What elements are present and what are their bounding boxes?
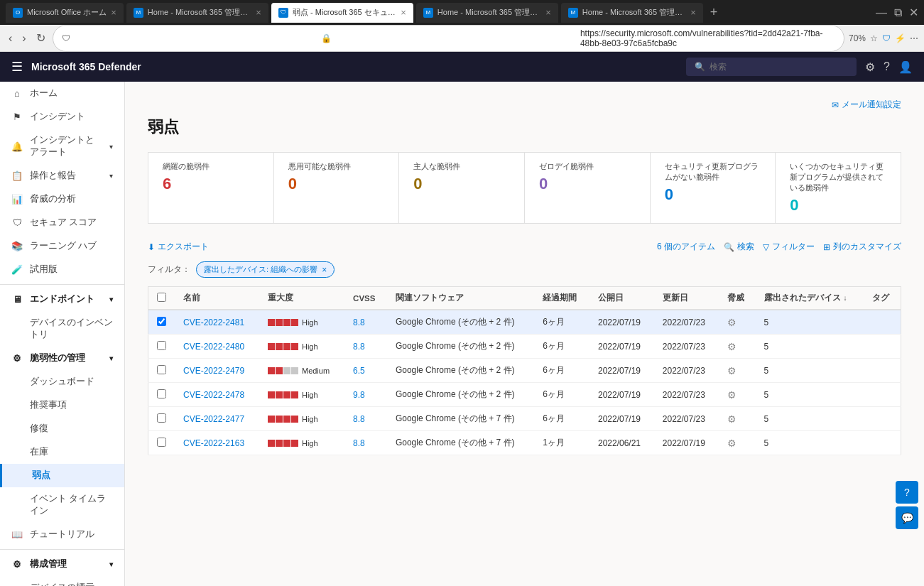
col-header-tags: タグ xyxy=(864,287,901,310)
float-help-button[interactable]: ? xyxy=(896,481,918,504)
address-bar[interactable]: 🛡 🔒 https://security.microsoft.com/vulne… xyxy=(53,25,844,52)
row-name-5[interactable]: CVE-2022-2163 xyxy=(175,431,259,455)
back-button[interactable]: ‹ xyxy=(6,29,15,48)
row-select-4[interactable] xyxy=(157,413,166,423)
row-cvss-2[interactable]: 6.5 xyxy=(344,359,387,383)
row-select-5[interactable] xyxy=(157,438,166,447)
sidebar-item-tutorial[interactable]: 📖 チュートリアル xyxy=(0,523,124,546)
row-cvss-3[interactable]: 9.8 xyxy=(344,383,387,407)
sidebar-item-trial[interactable]: 🧪 試用版 xyxy=(0,258,124,281)
minimize-button[interactable]: — xyxy=(876,6,887,19)
close-button[interactable]: ✕ xyxy=(909,6,918,19)
tab-security[interactable]: 🛡 弱点 - Microsoft 365 セキュリティ × xyxy=(271,3,413,23)
sidebar-item-incidents-alerts[interactable]: 🔔 インシデントとアラート ▾ xyxy=(0,129,124,164)
row-checkbox-3[interactable] xyxy=(148,383,175,407)
sidebar-item-vuln-management[interactable]: ⚙ 脆弱性の管理 ▾ xyxy=(0,347,124,370)
row-name-3[interactable]: CVE-2022-2478 xyxy=(175,383,259,407)
hamburger-menu[interactable]: ☰ xyxy=(11,59,23,75)
maximize-button[interactable]: ⧉ xyxy=(894,6,902,19)
tab-close-security[interactable]: × xyxy=(401,7,406,18)
row-name-2[interactable]: CVE-2022-2479 xyxy=(175,359,259,383)
bookmark-icon[interactable]: ☆ xyxy=(870,33,878,43)
table-row[interactable]: CVE-2022-2478 High 9.8 Google Chrome (その… xyxy=(148,383,901,407)
col-header-threat: 脅威 xyxy=(719,287,756,310)
learning-icon: 📚 xyxy=(11,241,23,251)
float-chat-button[interactable]: 💬 xyxy=(896,506,918,529)
account-icon[interactable]: 👤 xyxy=(898,60,913,74)
sidebar-item-device-inventory[interactable]: デバイスのインベントリ xyxy=(0,311,124,347)
search-input[interactable] xyxy=(710,62,848,72)
reload-button[interactable]: ↻ xyxy=(33,28,48,48)
sidebar-item-dashboard[interactable]: ダッシュボード xyxy=(0,370,124,394)
customize-columns-button[interactable]: ⊞ 列のカスタマイズ xyxy=(823,241,901,253)
sidebar-item-secure-score[interactable]: 🛡 セキュア スコア xyxy=(0,211,124,234)
sidebar-item-endpoint[interactable]: 🖥 エンドポイント ▾ xyxy=(0,288,124,311)
settings-menu-icon[interactable]: ⋯ xyxy=(910,33,918,43)
tab-admin1[interactable]: M Home - Microsoft 365 管理センター × xyxy=(126,3,268,23)
sidebar-item-inventory[interactable]: 在庫 xyxy=(0,440,124,464)
tab-close-admin1[interactable]: × xyxy=(256,7,261,18)
row-checkbox-5[interactable] xyxy=(148,431,175,455)
row-cvss-5[interactable]: 8.8 xyxy=(344,431,387,455)
row-select-3[interactable] xyxy=(157,389,166,398)
sidebar-item-weaknesses[interactable]: 弱点 xyxy=(0,464,124,487)
row-cvss-0[interactable]: 8.8 xyxy=(344,310,387,335)
browser-navbar: ‹ › ↻ 🛡 🔒 https://security.microsoft.com… xyxy=(0,25,924,52)
row-select-0[interactable] xyxy=(157,317,166,326)
sidebar-item-recommendations[interactable]: 推奨事項 xyxy=(0,394,124,417)
settings-icon[interactable]: ⚙ xyxy=(865,60,875,74)
row-select-1[interactable] xyxy=(157,341,166,350)
threat-icon: 📊 xyxy=(11,194,23,205)
filter-tag-remove[interactable]: × xyxy=(322,265,327,275)
select-all-checkbox[interactable] xyxy=(157,293,166,302)
forward-button[interactable]: › xyxy=(19,29,28,48)
sidebar-item-threat-analysis[interactable]: 📊 脅威の分析 xyxy=(0,188,124,211)
sidebar-item-device-posture[interactable]: デバイスの標示 xyxy=(0,576,124,586)
table-row[interactable]: CVE-2022-2481 High 8.8 Google Chrome (その… xyxy=(148,310,901,335)
row-name-0[interactable]: CVE-2022-2481 xyxy=(175,310,259,335)
sidebar-item-operations[interactable]: 📋 操作と報告 ▾ xyxy=(0,164,124,188)
row-name-1[interactable]: CVE-2022-2480 xyxy=(175,335,259,359)
filter-button[interactable]: ▽ フィルター xyxy=(763,241,815,253)
row-cvss-1[interactable]: 8.8 xyxy=(344,335,387,359)
row-select-2[interactable] xyxy=(157,365,166,374)
row-cvss-4[interactable]: 8.8 xyxy=(344,407,387,431)
mail-settings-button[interactable]: ✉ メール通知設定 xyxy=(832,99,901,111)
table-row[interactable]: CVE-2022-2163 High 8.8 Google Chrome (その… xyxy=(148,431,901,455)
col-header-exposed[interactable]: 露出されたデバイス ↓ xyxy=(756,287,864,310)
row-checkbox-0[interactable] xyxy=(148,310,175,335)
row-name-4[interactable]: CVE-2022-2477 xyxy=(175,407,259,431)
table-row[interactable]: CVE-2022-2480 High 8.8 Google Chrome (その… xyxy=(148,335,901,359)
toolbar: ⬇ エクスポート 6 個のアイテム 🔍 検索 ▽ フィルター ⊞ 列のカスタマイ… xyxy=(148,241,901,253)
row-checkbox-2[interactable] xyxy=(148,359,175,383)
search-bar[interactable]: 🔍 xyxy=(686,58,857,76)
columns-icon: ⊞ xyxy=(823,242,830,252)
table-row[interactable]: CVE-2022-2479 Medium 6.5 Google Chrome (… xyxy=(148,359,901,383)
sidebar-item-config-management[interactable]: ⚙ 構成管理 ▾ xyxy=(0,553,124,576)
export-button[interactable]: ⬇ エクスポート xyxy=(148,241,209,253)
tab-admin3[interactable]: M Home - Microsoft 365 管理センター × xyxy=(561,3,703,23)
sidebar-label-incidents: インシデント xyxy=(30,111,85,123)
tab-close-admin2[interactable]: × xyxy=(545,7,551,18)
tab-admin2[interactable]: M Home - Microsoft 365 管理センター × xyxy=(416,3,558,23)
sidebar-item-learning[interactable]: 📚 ラーニング ハブ xyxy=(0,234,124,258)
tab-office[interactable]: O Microsoft Office ホーム × xyxy=(6,3,124,23)
sidebar-item-home[interactable]: ⌂ ホーム xyxy=(0,82,124,105)
tab-close-office[interactable]: × xyxy=(111,7,116,18)
sidebar-item-incidents[interactable]: ⚑ インシデント xyxy=(0,105,124,129)
sidebar-label-recommendations: 推奨事項 xyxy=(30,399,67,411)
row-checkbox-1[interactable] xyxy=(148,335,175,359)
sidebar-item-remediation[interactable]: 修復 xyxy=(0,417,124,440)
tab-close-admin3[interactable]: × xyxy=(690,7,696,18)
mail-icon: ✉ xyxy=(832,100,839,110)
filter-tag[interactable]: 露出したデバイス: 組織への影響 × xyxy=(196,261,335,278)
search-button[interactable]: 🔍 検索 xyxy=(724,241,754,253)
help-icon[interactable]: ? xyxy=(884,60,890,74)
row-checkbox-4[interactable] xyxy=(148,407,175,431)
table-row[interactable]: CVE-2022-2477 High 8.8 Google Chrome (その… xyxy=(148,407,901,431)
sidebar-item-event-timeline[interactable]: イベント タイムライン xyxy=(0,487,124,523)
col-select-all[interactable] xyxy=(148,287,175,310)
filter-label: フィルター xyxy=(772,241,815,253)
new-tab-button[interactable]: + xyxy=(706,5,722,20)
stat-label-major: 主人な脆弱件 xyxy=(413,161,510,172)
